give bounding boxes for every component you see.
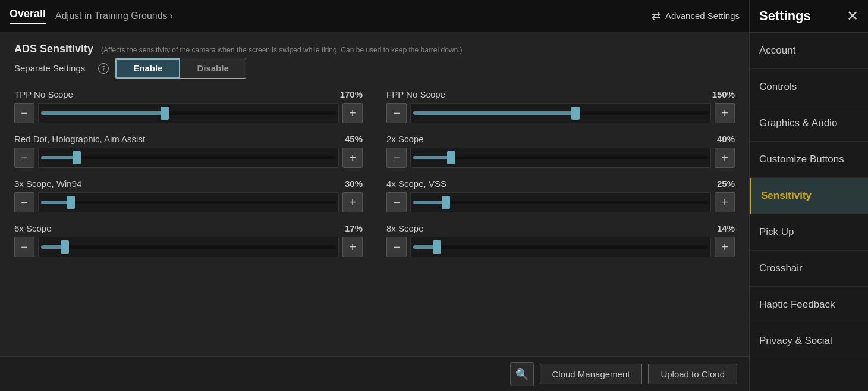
slider-thumb[interactable] [73,151,81,164]
slider-value: 45% [345,134,363,144]
slider-value: 25% [717,179,735,189]
slider-label: TPP No Scope [14,89,73,99]
slider-plus-button[interactable]: + [342,237,363,257]
search-button[interactable]: 🔍 [510,362,534,386]
sidebar-item-sensitivity[interactable]: Sensitivity [750,178,868,214]
slider-row-red-dot--holographic--aim-assist: Red Dot, Holographic, Aim Assist45%−+ [14,134,363,168]
sidebar-item-controls[interactable]: Controls [750,69,868,105]
slider-value: 150% [712,89,735,99]
slider-label: FPP No Scope [386,89,445,99]
slider-minus-button[interactable]: − [386,237,407,257]
ads-sensitivity-subtitle: (Affects the sensitivity of the camera w… [101,46,462,54]
upload-to-cloud-button[interactable]: Upload to Cloud [648,364,737,384]
slider-thumb[interactable] [442,196,450,209]
tab-overall[interactable]: Overall [10,8,46,24]
advanced-settings-btn[interactable]: ⇄ Advanced Settings [652,10,740,23]
separate-settings-label: Separate Settings [14,63,85,73]
slider-label: 2x Scope [386,134,424,144]
slider-thumb[interactable] [571,107,580,120]
slider-track[interactable] [38,192,339,212]
sidebar-item-pick-up[interactable]: Pick Up [750,214,868,251]
top-bar: Overall Adjust in Training Grounds › ⇄ A… [0,0,749,32]
slider-thumb[interactable] [67,196,75,209]
slider-thumb[interactable] [433,240,441,254]
slider-plus-button[interactable]: + [715,237,735,257]
slider-value: 40% [717,134,735,144]
slider-minus-button[interactable]: − [14,237,34,257]
help-icon[interactable]: ? [98,63,109,74]
settings-header: Settings ✕ [750,0,868,33]
sidebar-item-customize-buttons[interactable]: Customize Buttons [750,142,868,178]
slider-row-2x-scope: 2x Scope40%−+ [386,134,735,168]
sidebar-items-list: AccountControlsGraphics & AudioCustomize… [750,33,868,391]
slider-label: 4x Scope, VSS [386,179,446,189]
close-button[interactable]: ✕ [847,9,858,23]
sidebar-item-account[interactable]: Account [750,33,868,69]
slider-track[interactable] [38,103,339,123]
slider-label: Red Dot, Holographic, Aim Assist [14,134,145,144]
slider-track[interactable] [410,192,711,212]
slider-minus-button[interactable]: − [386,148,407,168]
main-area: Overall Adjust in Training Grounds › ⇄ A… [0,0,749,391]
slider-plus-button[interactable]: + [342,192,363,212]
slider-track[interactable] [410,103,711,123]
slider-value: 14% [717,223,735,233]
slider-row-8x-scope: 8x Scope14%−+ [386,223,735,257]
slider-plus-button[interactable]: + [342,148,363,168]
content-area: ADS Sensitivity (Affects the sensitivity… [0,32,749,356]
slider-label: 3x Scope, Win94 [14,179,81,189]
slider-value: 30% [345,179,363,189]
slider-row-tpp-no-scope: TPP No Scope170%−+ [14,89,363,123]
slider-thumb[interactable] [61,240,69,254]
slider-thumb[interactable] [447,151,455,164]
sidebar-item-graphics---audio[interactable]: Graphics & Audio [750,105,868,142]
slider-plus-button[interactable]: + [342,103,363,123]
slider-track[interactable] [410,237,711,257]
slider-row-3x-scope--win94: 3x Scope, Win9430%−+ [14,179,363,212]
slider-label: 6x Scope [14,223,52,233]
sliders-grid: TPP No Scope170%−+FPP No Scope150%−+Red … [14,89,735,268]
advanced-settings-label: Advanced Settings [665,11,740,21]
separate-settings-row: Separate Settings ? Enable Disable [14,58,735,79]
sidebar-item-privacy---social[interactable]: Privacy & Social [750,323,868,359]
bottom-bar: 🔍 Cloud Management Upload to Cloud [0,356,749,391]
cloud-management-button[interactable]: Cloud Management [540,364,643,384]
ads-sensitivity-title: ADS Sensitivity (Affects the sensitivity… [14,43,735,55]
tab-training[interactable]: Adjust in Training Grounds › [55,11,173,21]
slider-row-4x-scope--vss: 4x Scope, VSS25%−+ [386,179,735,212]
disable-button[interactable]: Disable [180,58,245,78]
slider-plus-button[interactable]: + [715,148,735,168]
settings-sidebar: Settings ✕ AccountControlsGraphics & Aud… [749,0,868,391]
slider-value: 17% [345,223,363,233]
settings-title: Settings [759,8,811,24]
slider-row-fpp-no-scope: FPP No Scope150%−+ [386,89,735,123]
slider-row-6x-scope: 6x Scope17%−+ [14,223,363,257]
sidebar-item-crosshair[interactable]: Crosshair [750,251,868,287]
separate-settings-toggle[interactable]: Enable Disable [115,58,246,79]
slider-minus-button[interactable]: − [14,148,34,168]
enable-button[interactable]: Enable [115,58,180,78]
slider-track[interactable] [38,237,339,257]
slider-plus-button[interactable]: + [715,103,735,123]
slider-minus-button[interactable]: − [386,103,407,123]
slider-plus-button[interactable]: + [715,192,735,212]
slider-label: 8x Scope [386,223,424,233]
advanced-settings-icon: ⇄ [652,10,661,23]
slider-value: 170% [340,89,363,99]
slider-minus-button[interactable]: − [386,192,407,212]
slider-track[interactable] [38,148,339,168]
slider-minus-button[interactable]: − [14,192,34,212]
slider-track[interactable] [410,148,711,168]
slider-thumb[interactable] [161,107,169,120]
sidebar-item-haptic-feedback[interactable]: Haptic Feedback [750,287,868,323]
slider-minus-button[interactable]: − [14,103,34,123]
